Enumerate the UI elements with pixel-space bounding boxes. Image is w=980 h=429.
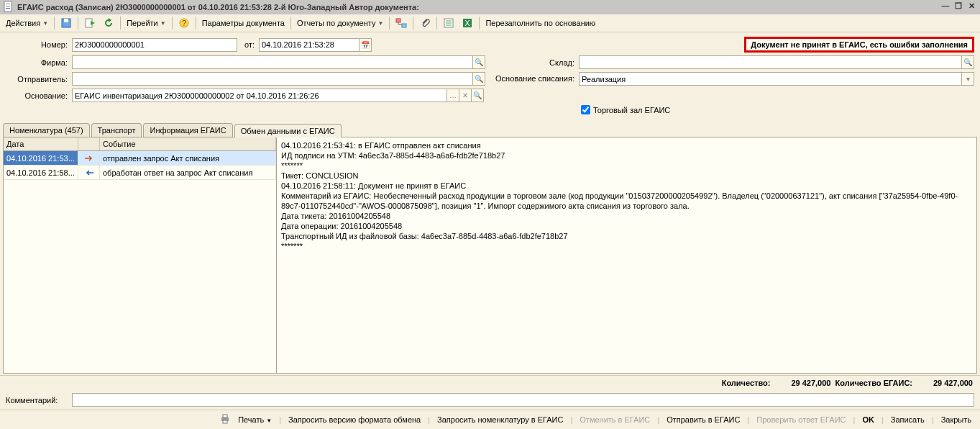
go-menu[interactable]: Перейти▼ (124, 16, 169, 30)
writeoff-basis-label: Основание списания: (485, 75, 579, 83)
struct-icon-button[interactable] (393, 16, 410, 30)
svg-rect-11 (402, 24, 406, 27)
writeoff-basis-input[interactable] (579, 72, 962, 86)
table-row[interactable]: 04.10.2016 21:58... обработан ответ на з… (4, 166, 276, 180)
refresh-icon-button[interactable] (100, 16, 117, 30)
print-button[interactable]: Печать ▼ (235, 414, 275, 425)
qty-label: Количество: (722, 379, 771, 387)
doc-icon (3, 1, 14, 14)
tab-bar: Номенклатура (457) Транспорт Информация … (3, 123, 977, 137)
svg-rect-10 (396, 19, 400, 22)
from-date-input[interactable] (259, 38, 360, 52)
svg-rect-1 (6, 4, 10, 4)
send-egais-button[interactable]: Отправить в ЕГАИС (664, 414, 743, 425)
close-window-button[interactable]: ✕ (966, 1, 977, 13)
firm-label: Фирма: (6, 58, 72, 67)
print-icon (219, 413, 231, 426)
firm-input[interactable] (72, 55, 473, 69)
warehouse-input[interactable] (579, 55, 962, 69)
footer-stats: Количество: 29 427,000 Количество ЕГАИС:… (0, 375, 980, 390)
tab-transport[interactable]: Транспорт (91, 123, 142, 137)
maximize-button[interactable]: ❐ (953, 1, 964, 13)
close-button[interactable]: Закрыть (938, 414, 974, 425)
col-date[interactable]: Дата (4, 137, 78, 150)
trade-hall-checkbox[interactable] (581, 105, 590, 114)
svg-rect-3 (6, 8, 10, 9)
action-bar: Печать ▼ | Запросить версию формата обме… (0, 410, 980, 429)
minimize-button[interactable]: — (940, 1, 951, 13)
arrow-left-icon (78, 166, 100, 179)
tab-egais-info[interactable]: Информация ЕГАИС (143, 123, 232, 137)
tab-exchange-body: Дата Событие 04.10.2016 21:53... отправл… (3, 137, 977, 374)
doc-params-button[interactable]: Параметры документа (199, 16, 288, 30)
svg-rect-2 (6, 6, 10, 6)
basis-search-button[interactable]: 🔍 (471, 89, 484, 102)
svg-rect-20 (223, 420, 227, 423)
list-icon-button[interactable] (440, 16, 457, 30)
main-toolbar: Действия▼ Перейти▼ ? Параметры документа… (0, 14, 980, 33)
basis-clear-button[interactable]: ✕ (459, 89, 472, 102)
form-area: Номер: от: 📅 Документ не принят в ЕГАИС,… (0, 32, 980, 119)
basis-select-button[interactable]: … (447, 89, 459, 102)
warehouse-lookup-button[interactable]: 🔍 (961, 55, 974, 69)
excel-icon-button[interactable]: X (459, 16, 476, 30)
request-version-button[interactable]: Запросить версию формата обмена (285, 414, 423, 425)
svg-marker-7 (91, 21, 95, 25)
trade-hall-label: Торговый зал ЕГАИС (593, 106, 670, 114)
sender-label: Отправитель: (6, 75, 72, 83)
save-icon-button[interactable] (58, 16, 75, 30)
ok-button[interactable]: OK (859, 414, 877, 425)
window-title: ЕГАИС расход (Записан) 2Ю3000000000001 о… (17, 3, 419, 12)
col-event[interactable]: Событие (100, 137, 276, 150)
svg-rect-5 (64, 19, 68, 22)
event-grid: Дата Событие 04.10.2016 21:53... отправл… (4, 137, 277, 373)
comment-label: Комментарий: (6, 396, 72, 405)
refill-button[interactable]: Перезаполнить по основанию (482, 16, 598, 30)
writeoff-basis-dd-button[interactable]: ▾ (961, 72, 974, 86)
doc-reports-menu[interactable]: Отчеты по документу▼ (294, 16, 386, 30)
sender-lookup-button[interactable]: 🔍 (472, 72, 485, 86)
qty-value: 29 427,000 (774, 379, 830, 387)
warehouse-label: Склад: (485, 58, 579, 67)
attach-icon-button[interactable] (416, 16, 434, 30)
table-row[interactable]: 04.10.2016 21:53... отправлен запрос Акт… (4, 151, 276, 166)
tab-exchange[interactable]: Обмен данными с ЕГАИС (234, 124, 342, 137)
save-button[interactable]: Записать (888, 414, 928, 425)
date-picker-button[interactable]: 📅 (359, 38, 372, 52)
comment-input[interactable] (72, 393, 974, 407)
firm-lookup-button[interactable]: 🔍 (472, 55, 485, 69)
basis-input[interactable] (72, 89, 447, 102)
arrow-right-icon (78, 151, 100, 165)
log-panel[interactable]: 04.10.2016 21:53:41: в ЕГАИС отправлен а… (277, 137, 976, 373)
sender-input[interactable] (72, 72, 473, 86)
svg-rect-19 (223, 415, 227, 417)
actions-menu[interactable]: Действия▼ (3, 16, 51, 30)
run-icon-button[interactable] (81, 16, 99, 30)
help-icon-button[interactable]: ? (175, 16, 193, 30)
qty-egais-label: Количество ЕГАИС: (835, 379, 912, 387)
col-icon (78, 137, 100, 150)
tab-nomenclature[interactable]: Номенклатура (457) (3, 123, 90, 137)
basis-label: Основание: (6, 91, 72, 100)
svg-text:?: ? (182, 19, 186, 27)
error-banner: Документ не принят в ЕГАИС, есть ошибки … (744, 37, 974, 53)
check-answer-button: Проверить ответ ЕГАИС (754, 414, 848, 425)
cancel-egais-button: Отменить в ЕГАИС (577, 414, 653, 425)
qty-egais-value: 29 427,000 (917, 379, 973, 387)
number-label: Номер: (6, 40, 72, 49)
request-nomenclature-button[interactable]: Запросить номенклатуру в ЕГАИС (434, 414, 566, 425)
svg-text:X: X (465, 19, 471, 27)
title-bar: ЕГАИС расход (Записан) 2Ю3000000000001 о… (0, 0, 980, 14)
number-input[interactable] (72, 38, 237, 52)
from-label: от: (237, 40, 259, 49)
